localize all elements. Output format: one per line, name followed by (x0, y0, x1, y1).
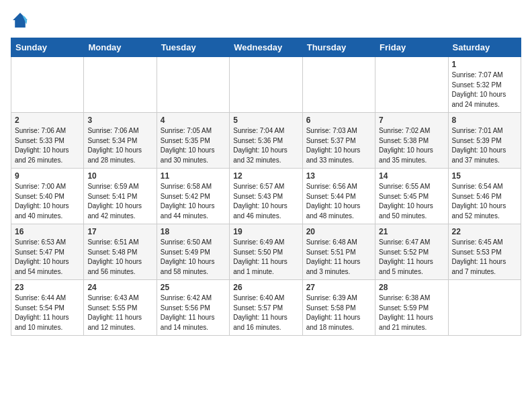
day-number: 23 (15, 283, 80, 292)
calendar-cell: 25Sunrise: 6:42 AM Sunset: 5:56 PM Dayli… (157, 280, 229, 336)
calendar-cell: 22Sunrise: 6:45 AM Sunset: 5:53 PM Dayli… (448, 224, 521, 280)
day-number: 14 (379, 171, 444, 181)
calendar-cell: 5Sunrise: 7:04 AM Sunset: 5:36 PM Daylig… (230, 113, 302, 169)
day-info: Sunrise: 6:47 AM Sunset: 5:52 PM Dayligh… (379, 238, 444, 277)
weekday-header-thursday: Thursday (302, 38, 375, 57)
calendar-table: SundayMondayTuesdayWednesdayThursdayFrid… (11, 38, 521, 336)
day-number: 19 (233, 227, 298, 236)
calendar-week-2: 2Sunrise: 7:06 AM Sunset: 5:33 PM Daylig… (11, 113, 521, 169)
day-number: 16 (15, 227, 80, 236)
day-number: 6 (306, 116, 371, 125)
day-number: 8 (452, 116, 517, 125)
calendar-cell: 10Sunrise: 6:59 AM Sunset: 5:41 PM Dayli… (84, 169, 157, 224)
page-header (11, 11, 521, 30)
calendar-cell (11, 57, 84, 113)
day-info: Sunrise: 6:49 AM Sunset: 5:50 PM Dayligh… (233, 238, 298, 277)
calendar-cell: 17Sunrise: 6:51 AM Sunset: 5:48 PM Dayli… (84, 224, 157, 280)
calendar-cell (157, 57, 229, 113)
day-info: Sunrise: 7:07 AM Sunset: 5:32 PM Dayligh… (452, 71, 517, 109)
day-info: Sunrise: 6:45 AM Sunset: 5:53 PM Dayligh… (452, 238, 517, 277)
calendar-cell (375, 57, 448, 113)
day-info: Sunrise: 6:58 AM Sunset: 5:42 PM Dayligh… (161, 182, 226, 221)
day-info: Sunrise: 6:51 AM Sunset: 5:48 PM Dayligh… (87, 238, 152, 277)
day-number: 13 (306, 171, 371, 181)
day-info: Sunrise: 6:50 AM Sunset: 5:49 PM Dayligh… (161, 238, 226, 277)
calendar-cell: 8Sunrise: 7:01 AM Sunset: 5:39 PM Daylig… (448, 113, 521, 169)
day-number: 15 (452, 171, 517, 181)
calendar-cell: 12Sunrise: 6:57 AM Sunset: 5:43 PM Dayli… (230, 169, 302, 224)
day-info: Sunrise: 6:44 AM Sunset: 5:54 PM Dayligh… (15, 293, 80, 332)
weekday-header-sunday: Sunday (11, 38, 84, 57)
day-number: 28 (379, 283, 444, 292)
day-info: Sunrise: 7:05 AM Sunset: 5:35 PM Dayligh… (161, 126, 226, 165)
logo-icon (11, 11, 30, 30)
day-info: Sunrise: 6:40 AM Sunset: 5:57 PM Dayligh… (233, 293, 298, 332)
calendar-cell: 28Sunrise: 6:38 AM Sunset: 5:59 PM Dayli… (375, 280, 448, 336)
calendar-cell (302, 57, 375, 113)
calendar-cell: 24Sunrise: 6:43 AM Sunset: 5:55 PM Dayli… (84, 280, 157, 336)
day-number: 27 (306, 283, 371, 292)
day-info: Sunrise: 6:39 AM Sunset: 5:58 PM Dayligh… (306, 293, 371, 332)
calendar-week-1: 1Sunrise: 7:07 AM Sunset: 5:32 PM Daylig… (11, 57, 521, 113)
calendar-week-5: 23Sunrise: 6:44 AM Sunset: 5:54 PM Dayli… (11, 280, 521, 336)
day-number: 11 (161, 171, 226, 181)
day-info: Sunrise: 6:42 AM Sunset: 5:56 PM Dayligh… (161, 293, 226, 332)
calendar-cell: 26Sunrise: 6:40 AM Sunset: 5:57 PM Dayli… (230, 280, 302, 336)
day-number: 4 (161, 116, 226, 125)
weekday-header-friday: Friday (375, 38, 448, 57)
calendar-cell: 20Sunrise: 6:48 AM Sunset: 5:51 PM Dayli… (302, 224, 375, 280)
day-number: 26 (233, 283, 298, 292)
calendar-cell (84, 57, 157, 113)
day-number: 22 (452, 227, 517, 236)
day-number: 7 (379, 116, 444, 125)
calendar-cell: 21Sunrise: 6:47 AM Sunset: 5:52 PM Dayli… (375, 224, 448, 280)
calendar-cell: 16Sunrise: 6:53 AM Sunset: 5:47 PM Dayli… (11, 224, 84, 280)
day-number: 12 (233, 171, 298, 181)
calendar-cell: 7Sunrise: 7:02 AM Sunset: 5:38 PM Daylig… (375, 113, 448, 169)
day-info: Sunrise: 6:59 AM Sunset: 5:41 PM Dayligh… (87, 182, 152, 221)
day-number: 10 (87, 171, 152, 181)
calendar-cell: 19Sunrise: 6:49 AM Sunset: 5:50 PM Dayli… (230, 224, 302, 280)
calendar-cell: 6Sunrise: 7:03 AM Sunset: 5:37 PM Daylig… (302, 113, 375, 169)
day-info: Sunrise: 6:57 AM Sunset: 5:43 PM Dayligh… (233, 182, 298, 221)
weekday-header-row: SundayMondayTuesdayWednesdayThursdayFrid… (11, 38, 521, 57)
day-info: Sunrise: 6:55 AM Sunset: 5:45 PM Dayligh… (379, 182, 444, 221)
day-info: Sunrise: 6:53 AM Sunset: 5:47 PM Dayligh… (15, 238, 80, 277)
day-number: 1 (452, 60, 517, 69)
weekday-header-wednesday: Wednesday (230, 38, 302, 57)
calendar-cell: 13Sunrise: 6:56 AM Sunset: 5:44 PM Dayli… (302, 169, 375, 224)
calendar-cell: 14Sunrise: 6:55 AM Sunset: 5:45 PM Dayli… (375, 169, 448, 224)
day-info: Sunrise: 6:54 AM Sunset: 5:46 PM Dayligh… (452, 182, 517, 221)
calendar-cell: 11Sunrise: 6:58 AM Sunset: 5:42 PM Dayli… (157, 169, 229, 224)
logo (11, 11, 32, 30)
day-info: Sunrise: 7:03 AM Sunset: 5:37 PM Dayligh… (306, 126, 371, 165)
day-info: Sunrise: 7:02 AM Sunset: 5:38 PM Dayligh… (379, 126, 444, 165)
day-number: 9 (15, 171, 80, 181)
calendar-cell: 23Sunrise: 6:44 AM Sunset: 5:54 PM Dayli… (11, 280, 84, 336)
calendar-cell: 2Sunrise: 7:06 AM Sunset: 5:33 PM Daylig… (11, 113, 84, 169)
day-number: 24 (87, 283, 152, 292)
day-number: 20 (306, 227, 371, 236)
calendar-cell: 9Sunrise: 7:00 AM Sunset: 5:40 PM Daylig… (11, 169, 84, 224)
calendar-cell (448, 280, 521, 336)
day-info: Sunrise: 7:00 AM Sunset: 5:40 PM Dayligh… (15, 182, 80, 221)
weekday-header-monday: Monday (84, 38, 157, 57)
day-info: Sunrise: 7:06 AM Sunset: 5:33 PM Dayligh… (15, 126, 80, 165)
calendar-cell: 3Sunrise: 7:06 AM Sunset: 5:34 PM Daylig… (84, 113, 157, 169)
day-info: Sunrise: 7:04 AM Sunset: 5:36 PM Dayligh… (233, 126, 298, 165)
day-number: 17 (87, 227, 152, 236)
calendar-cell (230, 57, 302, 113)
day-number: 5 (233, 116, 298, 125)
day-info: Sunrise: 6:43 AM Sunset: 5:55 PM Dayligh… (87, 293, 152, 332)
day-info: Sunrise: 6:56 AM Sunset: 5:44 PM Dayligh… (306, 182, 371, 221)
day-number: 3 (87, 116, 152, 125)
day-number: 25 (161, 283, 226, 292)
calendar-week-3: 9Sunrise: 7:00 AM Sunset: 5:40 PM Daylig… (11, 169, 521, 224)
day-info: Sunrise: 6:38 AM Sunset: 5:59 PM Dayligh… (379, 293, 444, 332)
day-number: 18 (161, 227, 226, 236)
weekday-header-saturday: Saturday (448, 38, 521, 57)
calendar-cell: 4Sunrise: 7:05 AM Sunset: 5:35 PM Daylig… (157, 113, 229, 169)
day-info: Sunrise: 6:48 AM Sunset: 5:51 PM Dayligh… (306, 238, 371, 277)
calendar-cell: 27Sunrise: 6:39 AM Sunset: 5:58 PM Dayli… (302, 280, 375, 336)
calendar-cell: 18Sunrise: 6:50 AM Sunset: 5:49 PM Dayli… (157, 224, 229, 280)
